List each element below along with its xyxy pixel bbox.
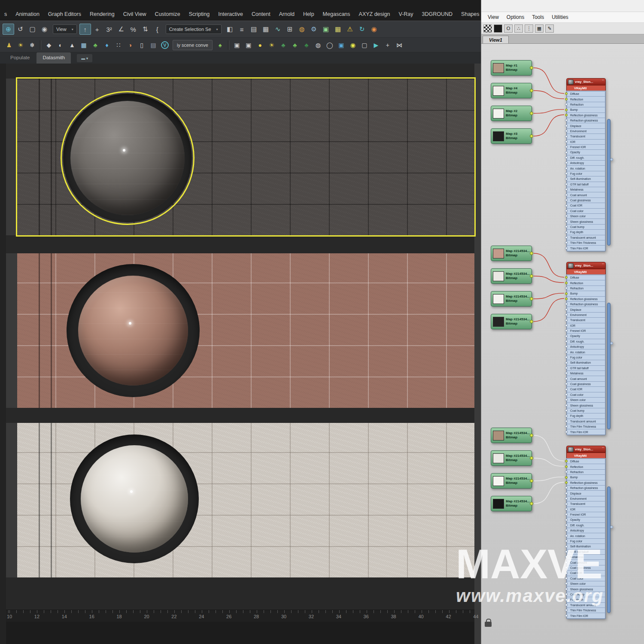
menu-item-graph-editors[interactable]: Graph Editors <box>44 10 85 18</box>
input-socket[interactable] <box>565 188 568 191</box>
daylight-icon[interactable]: ☀ <box>266 40 277 50</box>
render-production-icon[interactable]: ◉ <box>368 24 380 35</box>
param-row-metalness[interactable]: Metalness <box>567 187 605 192</box>
param-row-coat-amount[interactable]: Coat amount <box>567 560 605 565</box>
editor-menu-tools[interactable]: Tools <box>528 14 548 20</box>
param-row-translucent[interactable]: Translucent <box>567 134 605 139</box>
input-socket[interactable] <box>565 492 568 495</box>
spinner-snap-icon[interactable]: ⇅ <box>140 24 151 35</box>
input-socket[interactable] <box>565 204 568 207</box>
param-row-anisotropy[interactable]: Anisotropy <box>567 344 605 349</box>
tab-strip-dropdown[interactable]: ▬ ▾ <box>77 54 92 62</box>
param-row-coat-amount[interactable]: Coat amount <box>567 376 605 381</box>
input-socket[interactable] <box>565 287 568 289</box>
param-row-anisotropy[interactable]: Anisotropy <box>567 161 605 165</box>
menu-item-customize[interactable]: Customize <box>151 10 185 18</box>
arnold-render-icon[interactable]: ↻ <box>356 24 368 35</box>
vraymtl-node[interactable]: vray_Ston...−VRayMtlDiffuseReflectionRef… <box>566 78 606 252</box>
input-socket[interactable] <box>565 593 568 595</box>
param-row-coat-bump[interactable]: Coat bump <box>567 592 605 597</box>
editor-menu-view[interactable]: View <box>484 14 503 20</box>
input-socket[interactable] <box>565 420 568 422</box>
input-socket[interactable] <box>565 545 568 548</box>
map-node[interactable]: Map #214534...Bitmap <box>491 246 532 261</box>
input-socket[interactable] <box>565 130 568 132</box>
scene-converter-button[interactable]: iy scene conve <box>173 40 213 50</box>
param-row-thin-film-ior[interactable]: Thin Film IOR <box>567 246 605 250</box>
map-node[interactable]: Map #214534...Bitmap <box>491 450 532 466</box>
input-socket[interactable] <box>565 486 568 489</box>
input-socket[interactable] <box>565 119 568 122</box>
input-socket[interactable] <box>565 540 568 542</box>
param-row-fog-color[interactable]: Fog color <box>567 539 605 544</box>
input-socket[interactable] <box>565 367 568 369</box>
grid-layout-icon[interactable]: ▦ <box>535 24 544 33</box>
input-socket[interactable] <box>565 140 568 143</box>
output-socket[interactable] <box>610 526 613 529</box>
menu-item-rendering[interactable]: Rendering <box>85 10 119 18</box>
foliage-icon[interactable]: ♣ <box>90 40 101 50</box>
pan-tool-icon[interactable]: ✎ <box>545 24 554 33</box>
param-row-translucent-amount[interactable]: Translucent amount <box>567 603 605 608</box>
input-socket[interactable] <box>565 308 568 311</box>
input-socket[interactable] <box>565 92 568 95</box>
param-row-refraction[interactable]: Refraction <box>567 102 605 107</box>
output-socket[interactable] <box>530 502 533 505</box>
input-socket[interactable] <box>565 524 568 526</box>
param-row-translucent-amount[interactable]: Translucent amount <box>567 235 605 240</box>
map-node[interactable]: Map #214534...Bitmap <box>491 473 532 489</box>
param-row-fresnel-ior[interactable]: Fresnel IOR <box>567 512 605 517</box>
input-socket[interactable] <box>565 393 568 396</box>
menu-item-v-ray[interactable]: V-Ray <box>395 10 418 18</box>
param-row-diffuse[interactable]: Diffuse <box>567 91 605 96</box>
vraymtl-node[interactable]: vray_Ston...−VRayMtlDiffuseReflectionRef… <box>566 446 606 619</box>
sky-light-icon[interactable]: ◉ <box>347 40 358 50</box>
input-socket[interactable] <box>565 356 568 358</box>
camera-icon[interactable]: ▣ <box>231 40 243 50</box>
input-socket[interactable] <box>565 241 568 244</box>
param-row-diffuse[interactable]: Diffuse <box>567 459 605 464</box>
map-node[interactable]: Map #214534...Bitmap <box>491 291 532 307</box>
input-socket[interactable] <box>565 340 568 343</box>
param-row-coat-glossiness[interactable]: Coat glossiness <box>567 565 605 570</box>
input-socket[interactable] <box>565 383 568 385</box>
param-row-environment[interactable]: Environment <box>567 313 605 317</box>
input-socket[interactable] <box>565 566 568 569</box>
curve-editor-icon[interactable]: ∿ <box>272 24 284 35</box>
fish-icon[interactable]: ⋈ <box>394 40 405 50</box>
material-preview-panel-3[interactable] <box>17 423 474 577</box>
input-socket[interactable] <box>565 476 568 479</box>
input-socket[interactable] <box>565 161 568 164</box>
param-row-fog-depth[interactable]: Fog depth <box>567 597 605 602</box>
image-plane-icon[interactable]: ▣ <box>336 40 347 50</box>
named-selection-dropdown[interactable]: Create Selection Se▾ <box>166 24 222 34</box>
node-graph[interactable]: Map #1BitmapMap #4BitmapMap #2BitmapMap … <box>481 44 644 644</box>
param-row-fog-color[interactable]: Fog color <box>567 171 605 176</box>
param-row-diff-rough[interactable]: Diff. rough. <box>567 523 605 528</box>
menu-item-help[interactable]: Help <box>299 10 319 18</box>
input-socket[interactable] <box>565 372 568 374</box>
water-drop-icon[interactable]: ♦ <box>101 40 112 50</box>
input-socket[interactable] <box>565 609 568 611</box>
warning-icon[interactable]: ⚠ <box>344 24 356 35</box>
input-socket[interactable] <box>565 465 568 468</box>
input-socket[interactable] <box>565 471 568 473</box>
output-socket[interactable] <box>530 89 533 92</box>
param-row-opacity[interactable]: Opacity <box>567 150 605 155</box>
menu-item-megascans[interactable]: Megascans <box>319 10 355 18</box>
monitor-icon[interactable]: ▢ <box>359 40 370 50</box>
input-socket[interactable] <box>565 529 568 532</box>
param-row-sheen-glossiness[interactable]: Sheen glossiness <box>567 219 605 224</box>
menu-item-arnold[interactable]: Arnold <box>275 10 299 18</box>
input-socket[interactable] <box>565 582 568 585</box>
palette-icon[interactable]: ◑ <box>125 40 136 50</box>
param-row-coat-bump[interactable]: Coat bump <box>567 225 605 229</box>
input-socket[interactable] <box>565 276 568 279</box>
sun-icon[interactable]: ☀ <box>15 40 26 50</box>
select-and-manipulate-icon[interactable]: + <box>91 24 103 35</box>
param-row-anisotropy[interactable]: Anisotropy <box>567 528 605 533</box>
lock-icon[interactable] <box>485 622 492 627</box>
param-row-coat-ior[interactable]: Coat IOR <box>567 203 605 208</box>
param-row-sheen-color[interactable]: Sheen color <box>567 581 605 586</box>
bush-icon[interactable]: ♣ <box>301 40 312 50</box>
